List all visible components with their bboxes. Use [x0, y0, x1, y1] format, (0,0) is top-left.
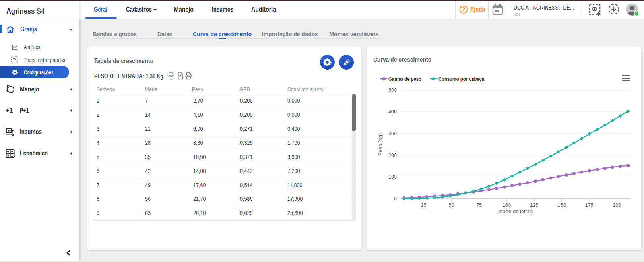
svg-text:75: 75 — [476, 202, 482, 208]
svg-text:Peso (Kg): Peso (Kg) — [378, 133, 383, 156]
svg-text:100: 100 — [388, 174, 397, 180]
svg-text:Idade do leitão: Idade do leitão — [498, 208, 533, 215]
svg-text:500: 500 — [388, 87, 397, 93]
svg-text:50: 50 — [448, 202, 454, 208]
svg-text:150: 150 — [557, 202, 566, 208]
svg-text:100: 100 — [502, 202, 511, 208]
svg-text:200: 200 — [388, 153, 397, 158]
svg-text:XLSX: XLSX — [185, 74, 192, 77]
svg-text:0: 0 — [394, 196, 397, 202]
svg-text:CSV: CSV — [178, 75, 183, 78]
svg-text:PDF: PDF — [168, 75, 174, 78]
svg-text:300: 300 — [388, 131, 397, 136]
svg-text:25: 25 — [421, 202, 427, 208]
svg-text:175: 175 — [585, 202, 594, 208]
svg-text:125: 125 — [530, 202, 539, 208]
svg-text:400: 400 — [388, 109, 397, 115]
svg-text:200: 200 — [613, 202, 621, 208]
